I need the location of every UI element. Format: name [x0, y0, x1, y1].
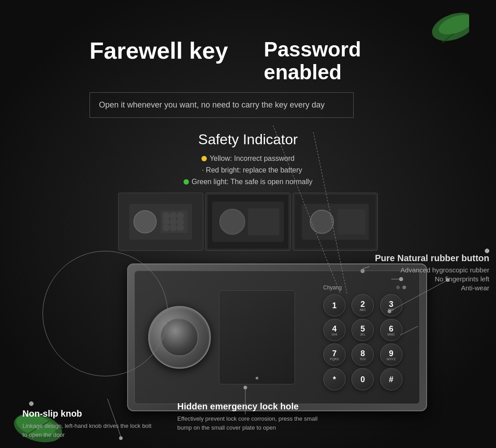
- safe-keypad: Chyang 1 2ABC 3DEF 4GHI 5JKL: [323, 284, 406, 391]
- key-9[interactable]: 9WXYZ: [380, 344, 402, 366]
- safe-thumb-3: [293, 193, 378, 251]
- key-1[interactable]: 1: [323, 294, 346, 317]
- right-features-panel: Pure Natural rubber button Advanced hygr…: [375, 253, 489, 292]
- safe-box-container: Chyang 1 2ABC 3DEF 4GHI 5JKL: [78, 254, 418, 416]
- bottom-annotations: Non-slip knob Linkage design, left-hand …: [0, 401, 496, 439]
- indicator-green-text: Green light: The safe is open normally: [192, 178, 312, 186]
- feature-no-fingerprints: No fingerprints left: [375, 275, 489, 283]
- key-7[interactable]: 7PQRS: [323, 344, 346, 366]
- rubber-marker-dot: [485, 249, 489, 253]
- indicator-green: Green light: The safe is open normally: [184, 178, 312, 186]
- safety-title: Safety Indicator: [0, 131, 496, 148]
- nonslip-knob-desc: Linkage design, left-hand knob drives th…: [22, 422, 157, 439]
- svg-point-21: [220, 209, 245, 234]
- indicator-yellow: Yellow: Incorrect password: [201, 155, 295, 163]
- key-0[interactable]: 0: [351, 368, 374, 391]
- farewell-title: Farewell key: [90, 38, 228, 64]
- nonslip-knob-annotation: Non-slip knob Linkage design, left-hand …: [9, 401, 177, 439]
- safe-thumb-1: [118, 193, 203, 251]
- indicator-red-text: · Red bright: replace the battery: [202, 166, 302, 174]
- key-star[interactable]: *: [323, 368, 346, 391]
- key-8[interactable]: 8TUV: [351, 344, 374, 366]
- safe-thumbnails-row: [90, 193, 406, 251]
- svg-rect-26: [338, 209, 365, 234]
- svg-rect-22: [248, 208, 279, 235]
- subtitle-text: Open it whenever you want, no need to ca…: [99, 100, 325, 109]
- hidden-lock-desc: Effectively prevent lock core corrosion,…: [177, 414, 329, 432]
- hidden-lock-annotation: Hidden emergency lock hole Effectively p…: [177, 401, 332, 439]
- svg-point-16: [162, 224, 170, 231]
- safety-indicators: Yellow: Incorrect password · Red bright:…: [0, 155, 496, 186]
- safe-knob-inner: [161, 319, 199, 357]
- bottom-right-spacer: [332, 401, 487, 439]
- brand-name: Chyang: [323, 284, 342, 291]
- nonslip-knob-title: Non-slip knob: [22, 409, 177, 419]
- indicator-yellow-text: Yellow: Incorrect password: [210, 155, 295, 163]
- page-wrapper: Farewell key Password enabled Open it wh…: [0, 0, 496, 448]
- key-2[interactable]: 2ABC: [351, 294, 374, 317]
- header-section: Farewell key Password enabled: [0, 25, 496, 88]
- rubber-button-title: Pure Natural rubber button: [375, 253, 489, 263]
- safe-knob[interactable]: [148, 306, 211, 369]
- svg-point-8: [134, 211, 156, 233]
- key-6[interactable]: 6MNO: [380, 319, 402, 341]
- safety-section: Safety Indicator Yellow: Incorrect passw…: [0, 131, 496, 186]
- indicator-red: · Red bright: replace the battery: [194, 166, 302, 174]
- fingerprint-panel[interactable]: [219, 290, 295, 384]
- key-3[interactable]: 3DEF: [380, 294, 402, 317]
- dot-yellow-icon: [201, 156, 207, 161]
- feature-anti-wear: Anti-wear: [375, 284, 489, 292]
- subtitle-box: Open it whenever you want, no need to ca…: [90, 92, 354, 118]
- fingerprint-dot: [256, 377, 258, 379]
- knob-marker-dot: [29, 401, 34, 406]
- hidden-lock-title: Hidden emergency lock hole: [177, 401, 332, 412]
- key-4[interactable]: 4GHI: [323, 319, 346, 341]
- dot-green-icon: [184, 179, 189, 185]
- key-hash[interactable]: #: [380, 368, 402, 391]
- keypad-grid: 1 2ABC 3DEF 4GHI 5JKL 6MNO 7PQRS 8TUV 9W…: [323, 294, 406, 391]
- svg-point-17: [170, 224, 177, 231]
- svg-point-18: [177, 224, 184, 231]
- feature-hygroscopic: Advanced hygroscopic rubber: [375, 266, 489, 274]
- safe-thumb-2: [205, 193, 291, 251]
- svg-point-25: [310, 210, 334, 233]
- key-5[interactable]: 5JKL: [351, 319, 374, 341]
- password-title: Password enabled: [264, 38, 389, 83]
